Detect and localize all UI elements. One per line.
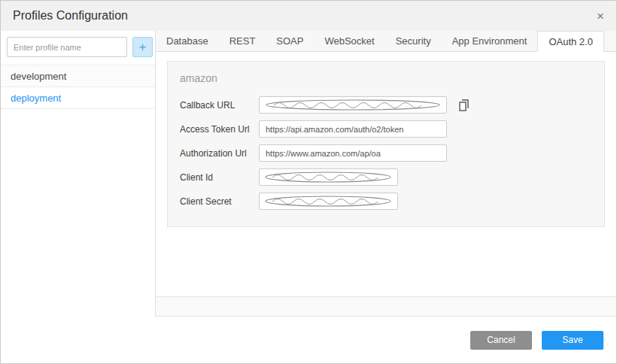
tab-websocket[interactable]: WebSocket <box>314 31 384 51</box>
tab-soap[interactable]: SOAP <box>266 31 314 51</box>
field-label: Access Token Url <box>180 124 259 135</box>
tab-database[interactable]: Database <box>156 31 219 51</box>
redaction-scribble <box>263 99 442 111</box>
field-label: Authorization Url <box>180 148 259 159</box>
tab-content: amazon Callback URL <box>156 52 616 296</box>
tab-app-environment[interactable]: App Environment <box>442 31 538 51</box>
tab-security[interactable]: Security <box>385 31 442 51</box>
sidebar-top: + <box>1 31 155 65</box>
section-title: amazon <box>180 72 592 84</box>
footer-strip <box>156 296 616 317</box>
redaction-scribble <box>263 195 394 208</box>
save-button[interactable]: Save <box>542 331 603 350</box>
profiles-sidebar: + development deployment <box>1 31 156 317</box>
field-label: Client Id <box>180 172 259 183</box>
profile-list: development deployment <box>1 65 155 109</box>
add-profile-button[interactable]: + <box>132 37 153 57</box>
field-row: Client Id <box>180 168 592 186</box>
client-secret-field[interactable] <box>259 193 398 210</box>
profiles-configuration-dialog: Profiles Configuration × + development d… <box>0 0 617 364</box>
redaction-scribble <box>263 171 394 184</box>
field-label: Callback URL <box>180 100 259 111</box>
oauth-panel: amazon Callback URL <box>167 61 605 227</box>
sidebar-item-deployment[interactable]: deployment <box>1 87 155 109</box>
tab-rest[interactable]: REST <box>219 31 266 51</box>
sidebar-item-development[interactable]: development <box>1 65 155 87</box>
access-token-url-input[interactable] <box>259 120 447 138</box>
field-label: Client Secret <box>180 196 259 207</box>
tab-bar: Database REST SOAP WebSocket Security Ap… <box>156 31 616 52</box>
field-row: Access Token Url <box>180 120 592 138</box>
page-title: Profiles Configuration <box>13 9 128 23</box>
client-id-field[interactable] <box>259 168 398 186</box>
field-row: Authorization Url <box>180 144 592 162</box>
dialog-body: + development deployment Database REST S… <box>1 31 616 317</box>
field-row: Callback URL <box>180 96 592 114</box>
copy-icon[interactable] <box>457 98 470 112</box>
dialog-header: Profiles Configuration × <box>1 1 616 31</box>
dialog-footer: Cancel Save <box>1 317 616 363</box>
tab-oauth-20[interactable]: OAuth 2.0 <box>537 31 604 52</box>
main-area: Database REST SOAP WebSocket Security Ap… <box>156 31 616 317</box>
profile-name-input[interactable] <box>7 37 127 57</box>
close-icon[interactable]: × <box>597 10 604 23</box>
callback-url-field[interactable] <box>259 96 447 114</box>
cancel-button[interactable]: Cancel <box>470 331 532 350</box>
authorization-url-input[interactable] <box>259 144 447 162</box>
field-row: Client Secret <box>180 193 592 210</box>
